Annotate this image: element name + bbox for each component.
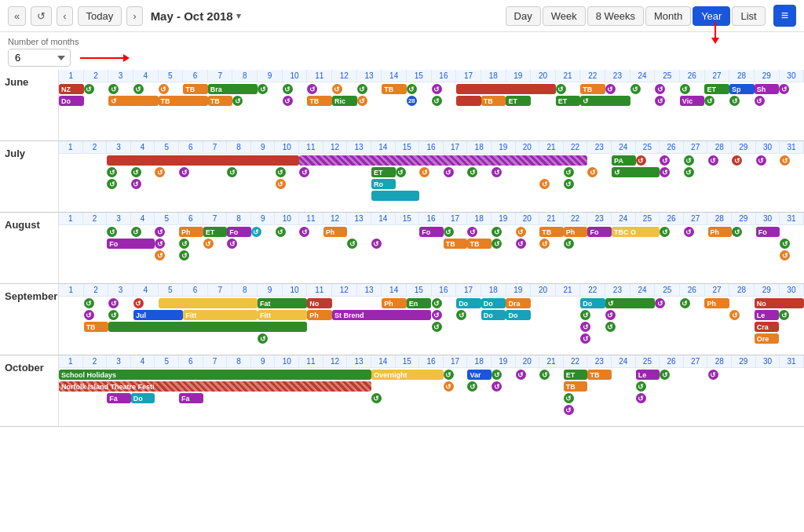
event-chip[interactable]: Fo [756, 227, 780, 237]
event-chip[interactable]: ↺ [580, 96, 630, 106]
day-number[interactable]: 27 [705, 70, 730, 82]
day-number[interactable]: 1 [59, 70, 84, 82]
day-number[interactable]: 15 [396, 355, 420, 367]
event-chip[interactable]: TB [84, 322, 109, 332]
event-chip[interactable] [159, 298, 258, 308]
day-number[interactable]: 4 [131, 213, 155, 224]
day-number[interactable]: 20 [516, 141, 540, 153]
event-chip[interactable]: ↺ [407, 84, 417, 94]
day-number[interactable]: 11 [299, 213, 323, 224]
event-chip[interactable]: ↺ [179, 167, 189, 177]
event-chip[interactable]: ↺ [680, 298, 690, 308]
event-chip[interactable]: ET [556, 96, 581, 106]
event-chip[interactable]: ↺ [84, 84, 94, 94]
day-number[interactable]: 14 [382, 70, 407, 82]
day-number[interactable]: 22 [580, 284, 605, 296]
menu-button[interactable]: ≡ [773, 5, 796, 27]
day-number[interactable]: 13 [347, 355, 371, 367]
event-chip[interactable]: ↺ [432, 322, 442, 332]
event-chip[interactable]: ↺ [133, 84, 144, 94]
day-number[interactable]: 20 [531, 284, 556, 296]
event-chip[interactable]: ↺ [732, 155, 742, 166]
day-number[interactable]: 7 [203, 213, 228, 224]
day-number[interactable]: 29 [732, 213, 756, 224]
event-chip[interactable]: TB [564, 381, 588, 392]
event-chip[interactable]: ET [704, 84, 729, 94]
event-chip[interactable]: ↺ [108, 84, 119, 94]
day-number[interactable]: 3 [108, 70, 133, 82]
event-chip[interactable]: ↺ [107, 167, 117, 177]
event-chip[interactable]: ↺ [444, 167, 454, 177]
day-number[interactable]: 29 [755, 284, 780, 296]
day-number[interactable]: 16 [419, 355, 444, 367]
event-chip[interactable] [107, 155, 299, 166]
day-number[interactable]: 18 [481, 284, 506, 296]
event-chip[interactable]: ↺ [636, 393, 646, 403]
event-chip[interactable]: ↺ [605, 298, 655, 308]
event-chip[interactable]: ↺ [155, 239, 165, 249]
day-number[interactable]: 30 [756, 355, 780, 367]
event-chip[interactable]: Fitt [183, 310, 258, 320]
event-chip[interactable]: Dra [506, 298, 531, 308]
event-chip[interactable]: Vic [680, 96, 705, 106]
event-chip[interactable]: ↺ [155, 227, 165, 237]
event-chip[interactable]: ↺ [605, 310, 616, 320]
event-chip[interactable]: ↺ [539, 370, 550, 380]
day-number[interactable]: 20 [516, 355, 540, 367]
event-chip[interactable]: Jul [133, 310, 183, 320]
event-chip[interactable]: ↺ [729, 310, 740, 320]
day-number[interactable]: 10 [275, 141, 299, 153]
event-chip[interactable]: ↺ [155, 250, 165, 261]
event-chip[interactable]: Do [580, 298, 605, 308]
event-chip[interactable]: ↺ [660, 370, 670, 380]
event-chip[interactable]: ↺ [332, 84, 342, 94]
event-chip[interactable]: Sp [729, 84, 755, 94]
event-chip[interactable]: ↺ [779, 84, 789, 94]
event-chip[interactable]: ↺ [605, 322, 616, 332]
day-number[interactable]: 1 [59, 141, 83, 153]
event-chip[interactable]: ↺ [492, 167, 502, 177]
day-number[interactable]: 25 [636, 213, 660, 224]
day-number[interactable]: 15 [396, 141, 420, 153]
event-chip[interactable]: Ph [307, 310, 332, 320]
event-chip[interactable]: TBC O [612, 227, 660, 237]
event-chip[interactable]: ↺ [371, 393, 382, 403]
day-number[interactable]: 13 [347, 213, 371, 224]
day-number[interactable]: 12 [323, 141, 348, 153]
event-chip[interactable]: ↺ [179, 239, 189, 249]
event-chip[interactable]: ↺ [516, 370, 526, 380]
day-number[interactable]: 7 [208, 284, 233, 296]
event-chip[interactable]: ET [371, 167, 396, 177]
day-number[interactable]: 21 [539, 355, 564, 367]
event-chip[interactable]: Ph [179, 227, 203, 237]
event-chip[interactable]: ↺ [492, 227, 502, 237]
next-button[interactable]: › [126, 6, 142, 26]
day-number[interactable]: 1 [59, 284, 84, 296]
event-chip[interactable]: Norfolk Island Theatre Festi [59, 381, 371, 392]
day-number[interactable]: 31 [780, 141, 804, 153]
day-number[interactable]: 3 [107, 141, 131, 153]
event-chip[interactable]: ↺ [179, 250, 189, 261]
day-number[interactable]: 25 [655, 70, 680, 82]
event-chip[interactable]: ↺ [159, 84, 169, 94]
event-chip[interactable]: Fa [107, 393, 131, 403]
event-chip[interactable]: En [407, 298, 432, 308]
event-chip[interactable]: ↺ [84, 310, 94, 320]
event-chip[interactable]: Overnight [371, 370, 444, 380]
day-number[interactable]: 18 [481, 70, 506, 82]
day-number[interactable]: 12 [323, 213, 348, 224]
event-chip[interactable]: ↺ [708, 155, 718, 166]
event-chip[interactable]: ↺ [756, 155, 766, 166]
day-number[interactable]: 31 [780, 355, 804, 367]
event-chip[interactable]: ↺ [636, 155, 646, 166]
day-number[interactable]: 20 [531, 70, 556, 82]
day-number[interactable]: 11 [299, 355, 323, 367]
day-number[interactable]: 13 [357, 284, 382, 296]
event-chip[interactable]: ↺ [704, 96, 714, 106]
day-number[interactable]: 30 [780, 70, 804, 82]
event-chip[interactable]: Fo [587, 227, 612, 237]
day-number[interactable]: 19 [492, 213, 516, 224]
event-chip[interactable]: TB [159, 96, 208, 106]
event-chip[interactable]: ↺ [605, 84, 616, 94]
day-number[interactable]: 6 [183, 284, 208, 296]
